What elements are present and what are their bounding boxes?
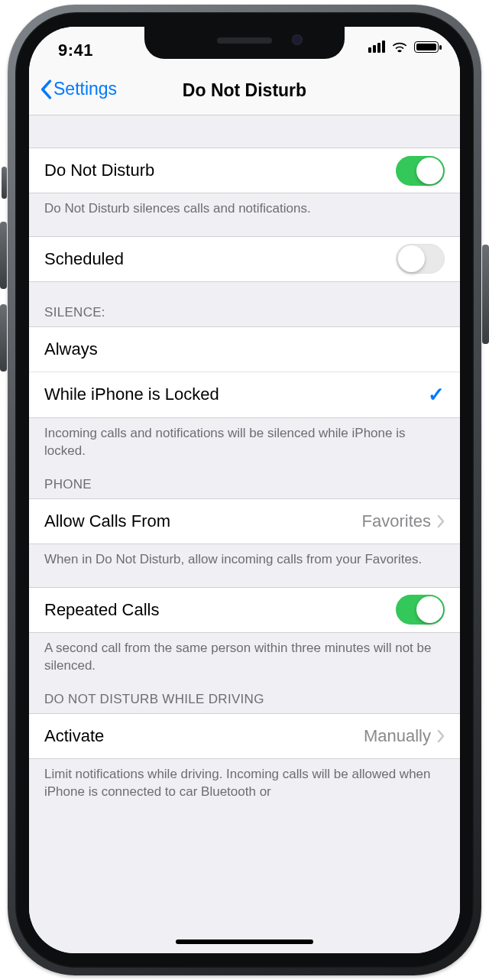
notch <box>144 27 345 59</box>
do-not-disturb-label: Do Not Disturb <box>44 161 154 180</box>
activate-value: Manually <box>364 726 431 746</box>
repeated-calls-label: Repeated Calls <box>44 600 159 620</box>
chevron-right-icon <box>437 729 445 743</box>
silence-always-label: Always <box>44 339 98 359</box>
speaker-grille <box>217 37 272 44</box>
do-not-disturb-row[interactable]: Do Not Disturb <box>29 148 460 193</box>
repeated-calls-switch[interactable] <box>396 595 445 625</box>
allow-calls-value: Favorites <box>362 511 431 531</box>
activate-label: Activate <box>44 726 104 746</box>
scheduled-label: Scheduled <box>44 249 124 269</box>
repeated-calls-row[interactable]: Repeated Calls <box>29 587 460 633</box>
silence-header: SILENCE: <box>29 282 460 326</box>
home-indicator[interactable] <box>176 939 313 944</box>
scheduled-switch[interactable] <box>396 244 445 274</box>
chevron-right-icon <box>437 514 445 528</box>
silence-locked-label: While iPhone is Locked <box>44 385 219 404</box>
page-title: Do Not Disturb <box>29 80 460 101</box>
scheduled-row[interactable]: Scheduled <box>29 236 460 282</box>
phone-header: PHONE <box>29 460 460 498</box>
volume-down-hw <box>0 304 7 372</box>
checkmark-icon: ✓ <box>428 383 445 407</box>
driving-footer: Limit notifications while driving. Incom… <box>29 759 460 801</box>
allow-calls-footer: When in Do Not Disturb, allow incoming c… <box>29 544 460 569</box>
power-button-hw <box>482 245 489 344</box>
silence-footer: Incoming calls and notifications will be… <box>29 418 460 460</box>
front-camera <box>292 34 303 45</box>
status-time: 9:41 <box>58 41 93 60</box>
battery-icon <box>414 41 439 53</box>
wifi-icon <box>391 41 408 53</box>
silence-locked-row[interactable]: While iPhone is Locked ✓ <box>29 372 460 418</box>
nav-bar: Settings Do Not Disturb <box>29 68 460 115</box>
settings-scroll[interactable]: Do Not Disturb Do Not Disturb silences c… <box>29 115 460 953</box>
allow-calls-row[interactable]: Allow Calls From Favorites <box>29 498 460 544</box>
screen: 9:41 Settings Do Not Disturb Do Not Dist… <box>29 27 460 953</box>
repeated-calls-footer: A second call from the same person withi… <box>29 633 460 675</box>
do-not-disturb-switch[interactable] <box>396 156 445 186</box>
do-not-disturb-footer: Do Not Disturb silences calls and notifi… <box>29 193 460 218</box>
cellular-signal-icon <box>368 41 385 53</box>
mute-switch-hw <box>2 167 7 199</box>
activate-row[interactable]: Activate Manually <box>29 713 460 759</box>
allow-calls-label: Allow Calls From <box>44 511 170 531</box>
volume-up-hw <box>0 222 7 289</box>
driving-header: DO NOT DISTURB WHILE DRIVING <box>29 675 460 713</box>
silence-always-row[interactable]: Always <box>29 326 460 372</box>
